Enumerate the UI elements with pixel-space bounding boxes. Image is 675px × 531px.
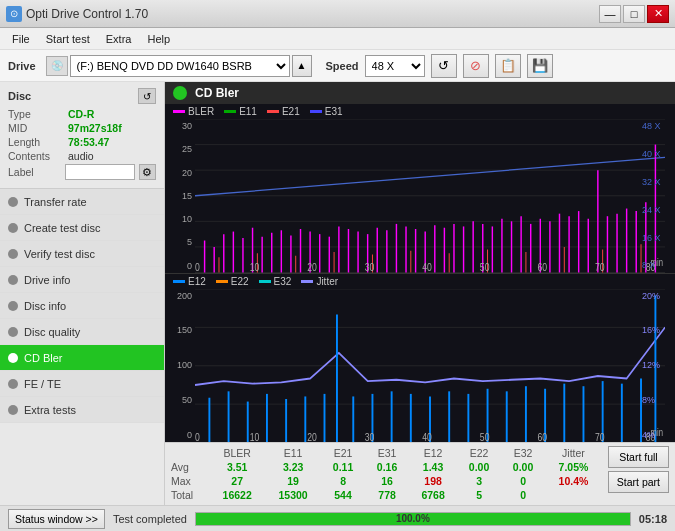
legend-e21: E21 bbox=[267, 106, 300, 117]
sidebar-item-cd-bler[interactable]: CD Bler bbox=[0, 345, 164, 371]
sidebar-label-disc-info: Disc info bbox=[24, 300, 66, 312]
stats-max-e12: 198 bbox=[409, 474, 457, 488]
chart1-legend: BLER E11 E21 E31 bbox=[165, 104, 675, 119]
disc-label-label: Label bbox=[8, 166, 61, 178]
drive-select[interactable]: (F:) BENQ DVD DD DW1640 BSRB bbox=[70, 55, 290, 77]
refresh-button[interactable]: ↺ bbox=[431, 54, 457, 78]
chart2-y-labels: 200 150 100 50 0 bbox=[165, 289, 195, 443]
legend-jitter: Jitter bbox=[301, 276, 338, 287]
stats-total-jitter bbox=[545, 488, 602, 502]
menu-help[interactable]: Help bbox=[139, 31, 178, 47]
svg-text:20: 20 bbox=[307, 261, 317, 272]
stats-total-label: Total bbox=[171, 488, 209, 502]
stats-th-jitter: Jitter bbox=[545, 446, 602, 460]
stats-avg-e21: 0.11 bbox=[321, 460, 365, 474]
drivebar: Drive 💿 (F:) BENQ DVD DD DW1640 BSRB ▲ S… bbox=[0, 50, 675, 82]
stats-buttons-row: BLER E11 E21 E31 E12 E22 E32 Jitter bbox=[171, 446, 669, 502]
stats-avg-e12: 1.43 bbox=[409, 460, 457, 474]
chart2-container: E12 E22 E32 Jitter bbox=[165, 273, 675, 443]
menu-extra[interactable]: Extra bbox=[98, 31, 140, 47]
disc-refresh-button[interactable]: ↺ bbox=[138, 88, 156, 104]
chart-title-icon bbox=[173, 86, 187, 100]
disc-length-row: Length 78:53.47 bbox=[8, 136, 156, 148]
stats-total-e22: 5 bbox=[457, 488, 501, 502]
sidebar-item-verify-test-disc[interactable]: Verify test disc bbox=[0, 241, 164, 267]
nav-dot-transfer-rate bbox=[8, 197, 18, 207]
svg-text:70: 70 bbox=[595, 431, 605, 442]
sidebar-item-drive-info[interactable]: Drive info bbox=[0, 267, 164, 293]
stats-th-e32: E32 bbox=[501, 446, 545, 460]
legend-label-e11: E11 bbox=[239, 106, 257, 117]
drive-eject-button[interactable]: ▲ bbox=[292, 55, 312, 77]
stats-avg-row: Avg 3.51 3.23 0.11 0.16 1.43 0.00 0.00 7… bbox=[171, 460, 602, 474]
stats-th-e21: E21 bbox=[321, 446, 365, 460]
speed-select[interactable]: 48 X40 X32 X24 X 16 X8 X4 X2 X1 X bbox=[365, 55, 425, 77]
sidebar-item-disc-info[interactable]: Disc info bbox=[0, 293, 164, 319]
menu-start-test[interactable]: Start test bbox=[38, 31, 98, 47]
status-window-button[interactable]: Status window >> bbox=[8, 509, 105, 529]
app-icon: ⊙ bbox=[6, 6, 22, 22]
disc-label-input[interactable] bbox=[65, 164, 135, 180]
stats-total-e11: 15300 bbox=[265, 488, 321, 502]
chart1-container: BLER E11 E21 E31 bbox=[165, 104, 675, 273]
nav-dot-disc-quality bbox=[8, 327, 18, 337]
disc-length-label: Length bbox=[8, 136, 64, 148]
stats-total-row: Total 16622 15300 544 778 6768 5 0 bbox=[171, 488, 602, 502]
sidebar-item-create-test-disc[interactable]: Create test disc bbox=[0, 215, 164, 241]
svg-text:0: 0 bbox=[195, 431, 200, 442]
start-full-button[interactable]: Start full bbox=[608, 446, 669, 468]
stats-th-bler: BLER bbox=[209, 446, 265, 460]
stats-th-e31: E31 bbox=[365, 446, 409, 460]
maximize-button[interactable]: □ bbox=[623, 5, 645, 23]
disc-type-row: Type CD-R bbox=[8, 108, 156, 120]
disc-mid-value: 97m27s18f bbox=[68, 122, 122, 134]
minimize-button[interactable]: — bbox=[599, 5, 621, 23]
legend-e32: E32 bbox=[259, 276, 292, 287]
stats-avg-e31: 0.16 bbox=[365, 460, 409, 474]
menubar: File Start test Extra Help bbox=[0, 28, 675, 50]
save-button[interactable]: 💾 bbox=[527, 54, 553, 78]
stats-avg-label: Avg bbox=[171, 460, 209, 474]
sidebar-label-extra-tests: Extra tests bbox=[24, 404, 76, 416]
start-part-button[interactable]: Start part bbox=[608, 471, 669, 493]
svg-text:60: 60 bbox=[537, 261, 547, 272]
stats-header-row: BLER E11 E21 E31 E12 E22 E32 Jitter bbox=[171, 446, 602, 460]
stats-avg-e11: 3.23 bbox=[265, 460, 321, 474]
svg-text:70: 70 bbox=[595, 261, 605, 272]
menu-file[interactable]: File bbox=[4, 31, 38, 47]
legend-label-jitter: Jitter bbox=[316, 276, 338, 287]
chart1-svg-wrap: 0 10 20 30 40 50 60 70 80 min 30 25 20 1… bbox=[165, 119, 675, 273]
stats-table-wrap: BLER E11 E21 E31 E12 E22 E32 Jitter bbox=[171, 446, 602, 502]
stats-max-e21: 8 bbox=[321, 474, 365, 488]
disc-contents-value: audio bbox=[68, 150, 94, 162]
stats-th-e12: E12 bbox=[409, 446, 457, 460]
svg-text:50: 50 bbox=[480, 261, 490, 272]
sidebar-item-fe-te[interactable]: FE / TE bbox=[0, 371, 164, 397]
erase-button[interactable]: ⊘ bbox=[463, 54, 489, 78]
stats-total-bler: 16622 bbox=[209, 488, 265, 502]
legend-color-jitter bbox=[301, 280, 313, 283]
svg-text:40: 40 bbox=[422, 431, 432, 442]
stats-avg-e32: 0.00 bbox=[501, 460, 545, 474]
disc-contents-row: Contents audio bbox=[8, 150, 156, 162]
sidebar-item-transfer-rate[interactable]: Transfer rate bbox=[0, 189, 164, 215]
close-button[interactable]: ✕ bbox=[647, 5, 669, 23]
svg-text:30: 30 bbox=[365, 431, 375, 442]
stats-th-label bbox=[171, 446, 209, 460]
chart2-svg-wrap: 0 10 20 30 40 50 60 70 80 min 200 150 10… bbox=[165, 289, 675, 443]
progress-bar: 100.0% bbox=[195, 512, 631, 526]
legend-bler: BLER bbox=[173, 106, 214, 117]
stats-th-e22: E22 bbox=[457, 446, 501, 460]
titlebar: ⊙ Opti Drive Control 1.70 — □ ✕ bbox=[0, 0, 675, 28]
legend-color-e12 bbox=[173, 280, 185, 283]
sidebar-item-extra-tests[interactable]: Extra tests bbox=[0, 397, 164, 423]
svg-text:40: 40 bbox=[422, 261, 432, 272]
svg-text:10: 10 bbox=[250, 431, 260, 442]
speed-label: Speed bbox=[326, 60, 359, 72]
chart1-y2-labels: 48 X 40 X 32 X 24 X 16 X 8 X bbox=[640, 119, 675, 273]
disc-label-icon-button[interactable]: ⚙ bbox=[139, 164, 156, 180]
stats-max-bler: 27 bbox=[209, 474, 265, 488]
copy-button[interactable]: 📋 bbox=[495, 54, 521, 78]
titlebar-controls: — □ ✕ bbox=[599, 5, 669, 23]
sidebar-item-disc-quality[interactable]: Disc quality bbox=[0, 319, 164, 345]
